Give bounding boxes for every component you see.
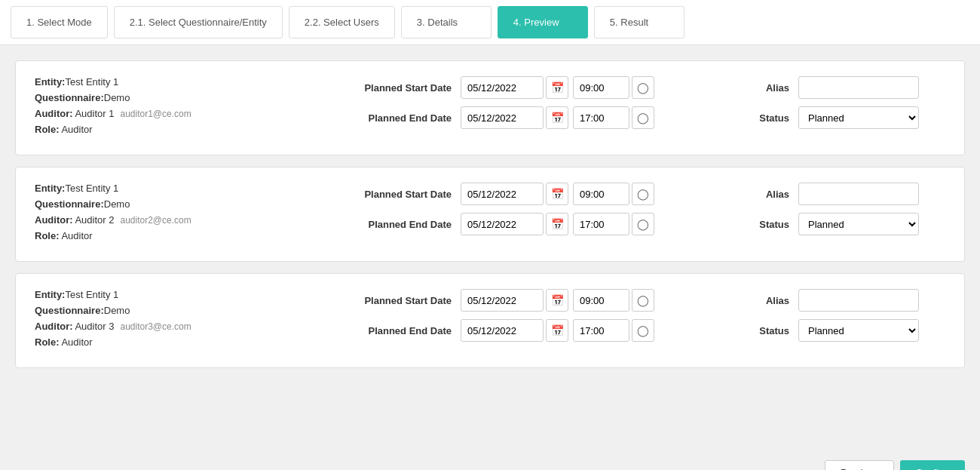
left-section-1: Entity:Test Entity 1 Questionnaire:Demo … [35,76,336,140]
auditor-name: Auditor 3 [75,321,114,332]
end-date-input[interactable] [461,106,544,129]
questionnaire-label: Questionnaire: [35,198,104,210]
start-time-clock-icon[interactable]: ◯ [632,183,654,205]
auditor-label: Auditor: [35,214,73,226]
status-label: Status [757,219,798,230]
entity-value: Test Entity 1 [65,76,118,88]
left-section-3: Entity:Test Entity 1 Questionnaire:Demo … [35,289,336,352]
questionnaire-line: Questionnaire:Demo [35,305,336,316]
previous-button[interactable]: Previous [825,460,895,470]
middle-section-3: Planned Start Date 📅 ◯ Planned End Date … [336,289,734,349]
start-date-input[interactable] [461,76,544,99]
entity-line: Entity:Test Entity 1 [35,76,336,88]
end-time-clock-icon[interactable]: ◯ [632,106,654,129]
alias-row: Alias [757,289,945,312]
role-line: Role: Auditor [35,230,336,241]
planned-end-label: Planned End Date [351,219,461,230]
middle-section-2: Planned Start Date 📅 ◯ Planned End Date … [336,183,734,243]
entity-line: Entity:Test Entity 1 [35,183,336,194]
auditor-label: Auditor: [35,321,73,332]
auditor-line: Auditor: Auditor 2auditor2@ce.com [35,214,336,226]
start-date-row: Planned Start Date 📅 ◯ [351,183,734,205]
role-label: Role: [35,124,60,135]
alias-row: Alias [757,183,945,205]
status-row: Status PlannedIn ProgressCompletedCancel… [757,213,945,235]
role-label: Role: [35,336,60,348]
role-line: Role: Auditor [35,336,336,348]
right-section-2: Alias Status PlannedIn ProgressCompleted… [734,183,945,243]
entity-line: Entity:Test Entity 1 [35,289,336,300]
alias-input[interactable] [798,183,919,205]
step-step2_2[interactable]: 2.2. Select Users [289,6,395,38]
alias-row: Alias [757,76,945,99]
end-date-input[interactable] [461,213,544,235]
auditor-line: Auditor: Auditor 3auditor3@ce.com [35,321,336,332]
role-line: Role: Auditor [35,124,336,135]
auditor-email: auditor1@ce.com [121,109,191,119]
auditor-name: Auditor 2 [75,214,114,226]
end-time-input[interactable] [573,213,629,235]
end-date-input[interactable] [461,319,544,342]
main-content: Entity:Test Entity 1 Questionnaire:Demo … [0,45,980,453]
start-time-clock-icon[interactable]: ◯ [632,289,654,312]
start-date-input[interactable] [461,289,544,312]
questionnaire-line: Questionnaire:Demo [35,92,336,103]
role-value: Auditor [61,336,92,348]
start-time-input[interactable] [573,289,629,312]
step-step3[interactable]: 3. Details [401,6,492,38]
role-label: Role: [35,230,60,241]
audit-card-3: Entity:Test Entity 1 Questionnaire:Demo … [15,273,965,368]
right-section-3: Alias Status PlannedIn ProgressCompleted… [734,289,945,349]
status-label: Status [757,112,798,124]
audit-card-2: Entity:Test Entity 1 Questionnaire:Demo … [15,167,965,262]
start-time-input[interactable] [573,183,629,205]
planned-start-label: Planned Start Date [351,189,461,200]
alias-input[interactable] [798,76,919,99]
questionnaire-label: Questionnaire: [35,305,104,316]
step-step2_1[interactable]: 2.1. Select Questionnaire/Entity [114,6,283,38]
alias-label: Alias [757,189,798,200]
start-date-calendar-icon[interactable]: 📅 [546,289,568,312]
left-section-2: Entity:Test Entity 1 Questionnaire:Demo … [35,183,336,246]
end-date-row: Planned End Date 📅 ◯ [351,213,734,235]
role-value: Auditor [61,230,92,241]
questionnaire-value: Demo [104,92,130,103]
status-select[interactable]: PlannedIn ProgressCompletedCancelled [798,213,919,235]
auditor-line: Auditor: Auditor 1auditor1@ce.com [35,108,336,119]
alias-label: Alias [757,295,798,306]
end-date-calendar-icon[interactable]: 📅 [546,106,568,129]
step-step5[interactable]: 5. Result [594,6,684,38]
status-row: Status PlannedIn ProgressCompletedCancel… [757,319,945,342]
start-date-calendar-icon[interactable]: 📅 [546,76,568,99]
end-time-clock-icon[interactable]: ◯ [632,319,654,342]
planned-start-label: Planned Start Date [351,82,461,94]
status-select[interactable]: PlannedIn ProgressCompletedCancelled [798,319,919,342]
status-select[interactable]: PlannedIn ProgressCompletedCancelled [798,106,919,129]
end-date-calendar-icon[interactable]: 📅 [546,213,568,235]
auditor-label: Auditor: [35,108,73,119]
planned-start-label: Planned Start Date [351,295,461,306]
planned-end-label: Planned End Date [351,325,461,336]
end-time-input[interactable] [573,106,629,129]
start-time-clock-icon[interactable]: ◯ [632,76,654,99]
auditor-email: auditor3@ce.com [121,321,191,332]
entity-label: Entity: [35,76,65,88]
auditor-name: Auditor 1 [75,108,114,119]
alias-label: Alias [757,82,798,94]
audit-card-1: Entity:Test Entity 1 Questionnaire:Demo … [15,60,965,155]
end-time-input[interactable] [573,319,629,342]
status-row: Status PlannedIn ProgressCompletedCancel… [757,106,945,129]
questionnaire-value: Demo [104,305,130,316]
end-time-clock-icon[interactable]: ◯ [632,213,654,235]
step-step1[interactable]: 1. Select Mode [11,6,108,38]
end-date-calendar-icon[interactable]: 📅 [546,319,568,342]
start-date-input[interactable] [461,183,544,205]
start-date-calendar-icon[interactable]: 📅 [546,183,568,205]
confirm-button[interactable]: Confirm [900,460,965,470]
start-date-row: Planned Start Date 📅 ◯ [351,289,734,312]
questionnaire-line: Questionnaire:Demo [35,198,336,210]
step-step4[interactable]: 4. Preview [498,6,588,38]
start-date-row: Planned Start Date 📅 ◯ [351,76,734,99]
alias-input[interactable] [798,289,919,312]
start-time-input[interactable] [573,76,629,99]
